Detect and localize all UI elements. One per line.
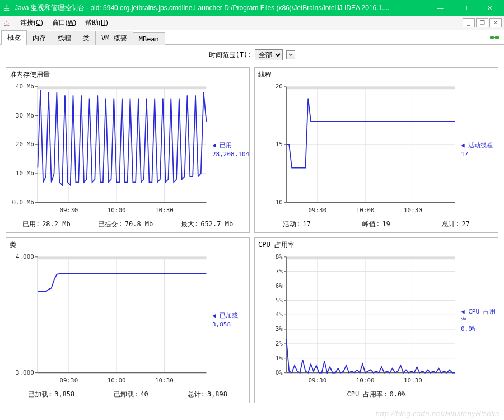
cpu-footer: CPU 占用率:0.0% xyxy=(257,388,496,400)
maximize-button[interactable]: ☐ xyxy=(452,0,477,16)
svg-text:10:00: 10:00 xyxy=(356,377,375,384)
mdi-close[interactable]: × xyxy=(489,18,502,27)
svg-text:09:30: 09:30 xyxy=(308,207,326,214)
tab-threads[interactable]: 线程 xyxy=(52,31,77,45)
charts-grid: 堆内存使用量 0.0 Mb10 Mb20 Mb30 Mb40 Mb09:3010… xyxy=(0,65,504,408)
heap-panel: 堆内存使用量 0.0 Mb10 Mb20 Mb30 Mb40 Mb09:3010… xyxy=(6,67,250,233)
svg-text:10:00: 10:00 xyxy=(108,377,126,384)
heap-chart[interactable]: 0.0 Mb10 Mb20 Mb30 Mb40 Mb09:3010:0010:3… xyxy=(8,82,210,217)
svg-text:4%: 4% xyxy=(276,311,283,318)
svg-rect-24 xyxy=(38,87,206,89)
svg-rect-1 xyxy=(495,36,499,39)
svg-text:3%: 3% xyxy=(276,325,283,333)
menu-help[interactable]: 帮助(H) xyxy=(81,16,113,29)
threads-chart[interactable]: 10152009:3010:0010:30 xyxy=(257,82,459,217)
classes-chart[interactable]: 3,0004,00009:3010:0010:30 xyxy=(8,252,210,388)
threads-side-label: ◀ 活动线程 17 xyxy=(459,82,496,217)
menu-connect[interactable]: 连接(C) xyxy=(16,16,48,29)
tab-memory[interactable]: 内存 xyxy=(26,31,52,45)
menu-window[interactable]: 窗口(W) xyxy=(48,16,81,29)
mdi-controls: _ ❐ × xyxy=(463,18,502,27)
cpu-side-label: ◀ CPU 占用率 0.0% xyxy=(459,252,496,388)
cpu-panel: CPU 占用率 0%1%2%3%4%5%6%7%8%09:3010:0010:3… xyxy=(254,237,498,403)
svg-text:09:30: 09:30 xyxy=(59,377,78,384)
time-range-label: 时间范围(T): xyxy=(209,50,252,60)
panel-title: 类 xyxy=(8,239,247,252)
svg-text:5%: 5% xyxy=(276,297,283,304)
svg-text:0%: 0% xyxy=(276,369,283,376)
svg-text:2%: 2% xyxy=(276,340,283,347)
svg-text:6%: 6% xyxy=(276,282,283,290)
connection-status-icon xyxy=(489,34,500,41)
svg-text:0.0 Mb: 0.0 Mb xyxy=(12,199,34,206)
svg-text:30 Mb: 30 Mb xyxy=(16,112,34,119)
panel-title: CPU 占用率 xyxy=(257,239,496,252)
mdi-minimize[interactable]: _ xyxy=(463,18,475,27)
mdi-restore[interactable]: ❐ xyxy=(476,18,488,27)
svg-text:4,000: 4,000 xyxy=(16,253,34,260)
time-range-select[interactable]: 全部 xyxy=(255,49,283,60)
threads-footer: 活动:17 峰值:19 总计:27 xyxy=(257,217,496,230)
cpu-chart[interactable]: 0%1%2%3%4%5%6%7%8%09:3010:0010:30 xyxy=(257,252,459,388)
svg-rect-93 xyxy=(286,257,455,259)
time-range-bar: 时间范围(T): 全部 xyxy=(0,45,504,65)
time-range-dropdown-icon[interactable] xyxy=(286,50,295,59)
classes-side-label: ◀ 已加载 3,858 xyxy=(210,252,247,388)
svg-text:09:30: 09:30 xyxy=(59,207,78,214)
panel-title: 线程 xyxy=(257,69,496,82)
threads-panel: 线程 10152009:3010:0010:30 ◀ 活动线程 17 活动:17… xyxy=(254,67,498,233)
svg-text:10:30: 10:30 xyxy=(404,377,422,384)
heap-side-label: ◀ 已用 28,208,104 xyxy=(210,82,247,217)
svg-rect-42 xyxy=(286,87,455,89)
window-title: Java 监视和管理控制台 - pid: 5940 org.jetbrains.… xyxy=(15,3,428,13)
svg-text:10:30: 10:30 xyxy=(155,207,174,214)
tab-classes[interactable]: 类 xyxy=(77,31,96,45)
classes-panel: 类 3,0004,00009:3010:0010:30 ◀ 已加载 3,858 … xyxy=(6,237,250,403)
svg-text:20: 20 xyxy=(276,83,283,90)
menubar: 连接(C) 窗口(W) 帮助(H) _ ❐ × xyxy=(0,16,504,30)
svg-text:1%: 1% xyxy=(276,354,283,362)
panel-title: 堆内存使用量 xyxy=(8,69,247,82)
svg-rect-57 xyxy=(38,257,206,259)
svg-text:8%: 8% xyxy=(276,253,283,260)
svg-text:09:30: 09:30 xyxy=(308,377,326,384)
titlebar: Java 监视和管理控制台 - pid: 5940 org.jetbrains.… xyxy=(0,0,504,16)
heap-footer: 已用:28.2 Mb 已提交:70.8 Mb 最大:652.7 Mb xyxy=(8,217,247,230)
svg-text:10:00: 10:00 xyxy=(356,207,375,214)
svg-text:10:30: 10:30 xyxy=(404,207,422,214)
watermark: http://blog.csdn.net/HinstenyHisoka xyxy=(376,409,500,418)
java-icon xyxy=(2,3,11,12)
svg-text:15: 15 xyxy=(276,141,283,148)
svg-text:7%: 7% xyxy=(276,268,283,275)
svg-text:3,000: 3,000 xyxy=(16,369,34,376)
tab-vm[interactable]: VM 概要 xyxy=(95,31,133,45)
svg-rect-0 xyxy=(490,36,494,39)
svg-text:10: 10 xyxy=(276,199,283,206)
tab-mbean[interactable]: MBean xyxy=(133,32,165,45)
java-icon xyxy=(2,18,11,27)
close-button[interactable]: ✕ xyxy=(477,0,502,16)
svg-text:20 Mb: 20 Mb xyxy=(16,141,34,148)
tab-overview[interactable]: 概览 xyxy=(1,30,27,45)
minimize-button[interactable]: — xyxy=(428,0,452,16)
svg-text:10:00: 10:00 xyxy=(108,207,126,214)
classes-footer: 已加载:3,858 已卸载:40 总计:3,898 xyxy=(8,388,247,400)
svg-text:10:30: 10:30 xyxy=(155,377,174,384)
svg-text:10 Mb: 10 Mb xyxy=(16,170,34,177)
tab-strip: 概览 内存 线程 类 VM 概要 MBean xyxy=(0,30,504,45)
svg-text:40 Mb: 40 Mb xyxy=(16,83,34,90)
